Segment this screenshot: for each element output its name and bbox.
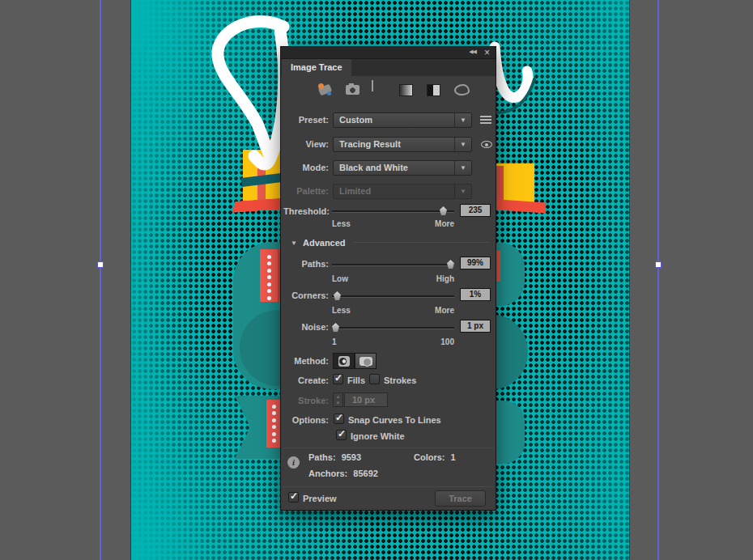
grayscale-icon[interactable] xyxy=(399,81,417,99)
threshold-label: Threshold: xyxy=(283,206,329,216)
divider xyxy=(283,448,494,448)
snap-curves-checkbox[interactable]: ✓ xyxy=(334,414,344,424)
noise-value[interactable]: 1 px xyxy=(460,320,491,333)
corners-min-label: Less xyxy=(332,306,351,315)
noise-slider-handle[interactable] xyxy=(332,323,339,332)
mode-value: Black and White xyxy=(339,163,408,172)
corners-slider-handle[interactable] xyxy=(334,291,341,300)
collapse-panel-icon[interactable]: ◀◀ xyxy=(469,49,476,55)
corners-label: Corners: xyxy=(283,291,329,300)
threshold-slider-handle[interactable] xyxy=(440,206,447,215)
view-dropdown[interactable]: Tracing Result ▼ xyxy=(333,137,472,152)
check-icon: ✓ xyxy=(335,412,343,423)
mode-dropdown[interactable]: Black and White ▼ xyxy=(333,160,472,176)
colors-count-value: 1 xyxy=(451,452,456,462)
trace-button[interactable]: Trace xyxy=(435,490,486,507)
image-trace-panel: ◀◀ × Image Trace Preset: Custom ▼ View: … xyxy=(280,46,496,511)
selection-edge-left xyxy=(100,0,101,560)
ignore-white-checkbox-label[interactable]: Ignore White xyxy=(351,431,405,441)
preset-label: Preset: xyxy=(283,115,329,125)
preset-dropdown[interactable]: Custom ▼ xyxy=(333,112,472,128)
paths-count-label: Paths: xyxy=(308,452,336,462)
paths-slider-handle[interactable] xyxy=(447,260,454,269)
stroke-label: Stroke: xyxy=(283,396,329,405)
paths-max-label: High xyxy=(417,274,454,283)
strokes-checkbox[interactable] xyxy=(369,374,380,384)
threshold-value[interactable]: 235 xyxy=(460,204,491,217)
fills-checkbox-label[interactable]: Fills xyxy=(347,375,365,385)
corners-max-label: More xyxy=(417,306,454,315)
preset-value: Custom xyxy=(339,115,372,125)
colors-count: Colors:1 xyxy=(414,452,456,462)
close-panel-icon[interactable]: × xyxy=(484,47,490,58)
colors-count-label: Colors: xyxy=(414,452,445,462)
paths-value[interactable]: 99% xyxy=(460,257,491,269)
auto-color-icon[interactable] xyxy=(317,81,334,99)
panel-tab-bar: Image Trace xyxy=(281,59,496,76)
palette-dropdown: Limited ▼ xyxy=(333,184,472,199)
check-icon: ✓ xyxy=(334,372,342,384)
threshold-max-label: More xyxy=(417,219,454,228)
selection-handle-right[interactable] xyxy=(655,261,662,268)
paths-slider-track[interactable] xyxy=(332,264,454,266)
mode-label: Mode: xyxy=(283,163,329,172)
check-icon: ✓ xyxy=(338,428,346,439)
view-label: View: xyxy=(283,139,329,149)
threshold-slider-track[interactable] xyxy=(332,210,454,213)
method-overlapping-button[interactable] xyxy=(355,353,376,369)
paths-label: Paths: xyxy=(283,259,329,269)
method-abutting-icon xyxy=(338,356,350,367)
high-color-icon[interactable] xyxy=(344,81,362,99)
stroke-stepper: ▲ ▼ xyxy=(333,392,343,407)
preset-menu-icon[interactable] xyxy=(480,116,491,125)
preview-checkbox-label[interactable]: Preview xyxy=(303,494,337,503)
advanced-disclosure-icon[interactable]: ▼ xyxy=(291,240,297,247)
paths-count-value: 9593 xyxy=(342,452,361,462)
create-label: Create: xyxy=(283,375,329,385)
preset-toolbar xyxy=(317,81,479,100)
method-label: Method: xyxy=(283,356,329,366)
selection-handle-left[interactable] xyxy=(97,261,104,268)
ignore-white-checkbox[interactable]: ✓ xyxy=(336,430,347,440)
noise-min-label: 1 xyxy=(332,337,337,346)
chevron-down-icon: ▼ xyxy=(454,138,471,151)
anchors-count-label: Anchors: xyxy=(308,469,347,478)
snap-curves-checkbox-label[interactable]: Snap Curves To Lines xyxy=(348,415,441,425)
selection-edge-right xyxy=(657,0,659,560)
outline-icon[interactable] xyxy=(454,81,472,99)
step-down-icon: ▼ xyxy=(334,400,342,406)
panel-header: ◀◀ × xyxy=(281,47,496,59)
threshold-min-label: Less xyxy=(332,219,351,228)
view-value: Tracing Result xyxy=(339,139,401,149)
corners-slider-track[interactable] xyxy=(332,295,454,298)
black-white-icon[interactable] xyxy=(427,81,445,99)
advanced-section-label[interactable]: Advanced xyxy=(303,238,346,248)
chevron-down-icon: ▼ xyxy=(454,113,471,127)
strokes-checkbox-label[interactable]: Strokes xyxy=(384,375,416,385)
paths-count: Paths:9593 xyxy=(308,452,361,462)
corners-value[interactable]: 1% xyxy=(460,288,491,301)
anchors-count: Anchors:85692 xyxy=(308,469,378,478)
low-color-icon[interactable] xyxy=(372,81,389,99)
noise-label: Noise: xyxy=(283,322,329,332)
chevron-down-icon: ▼ xyxy=(454,185,471,198)
palette-value: Limited xyxy=(339,186,371,196)
options-label: Options: xyxy=(283,415,329,425)
step-up-icon: ▲ xyxy=(334,393,342,400)
fills-checkbox[interactable]: ✓ xyxy=(333,374,343,384)
anchors-count-value: 85692 xyxy=(353,469,378,478)
advanced-divider xyxy=(354,242,490,243)
eye-icon[interactable] xyxy=(481,141,492,148)
noise-slider-track[interactable] xyxy=(332,327,454,329)
preview-checkbox[interactable]: ✓ xyxy=(288,492,299,503)
tab-image-trace[interactable]: Image Trace xyxy=(282,59,351,76)
noise-max-label: 100 xyxy=(417,337,454,346)
chevron-down-icon: ▼ xyxy=(454,161,471,175)
method-overlapping-icon xyxy=(359,357,372,366)
paths-min-label: Low xyxy=(332,274,348,283)
check-icon: ✓ xyxy=(290,490,298,502)
divider xyxy=(283,486,494,487)
info-icon: i xyxy=(287,456,300,469)
illustrator-canvas: ◀◀ × Image Trace Preset: Custom ▼ View: … xyxy=(0,0,753,560)
method-abutting-button[interactable] xyxy=(333,353,355,369)
